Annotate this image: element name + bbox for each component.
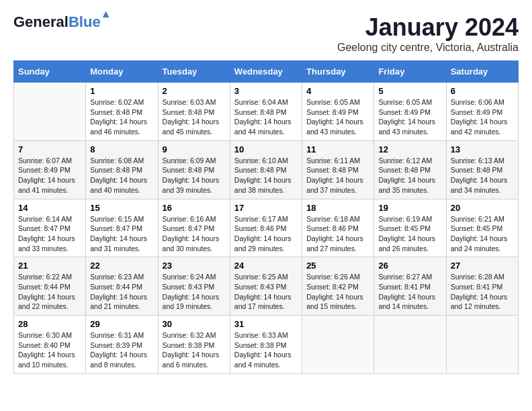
day-number: 28 — [18, 319, 81, 329]
day-number: 5 — [378, 86, 441, 96]
day-number: 24 — [234, 261, 298, 271]
day-info: Sunrise: 6:11 AM Sunset: 8:48 PM Dayligh… — [306, 156, 369, 195]
calendar-cell: 24Sunrise: 6:25 AM Sunset: 8:43 PM Dayli… — [230, 257, 302, 316]
day-info: Sunrise: 6:13 AM Sunset: 8:48 PM Dayligh… — [451, 156, 514, 195]
day-info: Sunrise: 6:32 AM Sunset: 8:38 PM Dayligh… — [163, 330, 226, 370]
calendar-cell: 9Sunrise: 6:09 AM Sunset: 8:48 PM Daylig… — [158, 140, 230, 199]
day-number: 2 — [163, 86, 226, 96]
day-info: Sunrise: 6:10 AM Sunset: 8:48 PM Dayligh… — [234, 156, 298, 195]
calendar-table: SundayMondayTuesdayWednesdayThursdayFrid… — [13, 60, 519, 374]
day-info: Sunrise: 6:30 AM Sunset: 8:40 PM Dayligh… — [18, 330, 81, 370]
calendar-cell: 6Sunrise: 6:06 AM Sunset: 8:49 PM Daylig… — [446, 83, 518, 141]
calendar-cell — [374, 316, 446, 374]
calendar-cell: 18Sunrise: 6:18 AM Sunset: 8:46 PM Dayli… — [302, 199, 374, 257]
calendar-cell: 17Sunrise: 6:17 AM Sunset: 8:46 PM Dayli… — [230, 199, 302, 257]
day-info: Sunrise: 6:17 AM Sunset: 8:46 PM Dayligh… — [234, 214, 298, 254]
day-info: Sunrise: 6:12 AM Sunset: 8:48 PM Dayligh… — [378, 156, 441, 195]
column-header-monday: Monday — [86, 61, 158, 83]
logo-general: General — [13, 13, 69, 30]
day-number: 21 — [18, 261, 81, 271]
day-number: 14 — [18, 203, 81, 213]
calendar-cell: 19Sunrise: 6:19 AM Sunset: 8:45 PM Dayli… — [374, 199, 446, 257]
calendar-cell: 1Sunrise: 6:02 AM Sunset: 8:48 PM Daylig… — [86, 83, 158, 141]
calendar-week-row: 28Sunrise: 6:30 AM Sunset: 8:40 PM Dayli… — [14, 316, 519, 374]
day-info: Sunrise: 6:04 AM Sunset: 8:48 PM Dayligh… — [234, 97, 298, 137]
calendar-cell: 7Sunrise: 6:07 AM Sunset: 8:49 PM Daylig… — [14, 140, 86, 199]
calendar-cell: 28Sunrise: 6:30 AM Sunset: 8:40 PM Dayli… — [14, 316, 86, 374]
day-info: Sunrise: 6:07 AM Sunset: 8:49 PM Dayligh… — [18, 156, 81, 195]
calendar-header-row: SundayMondayTuesdayWednesdayThursdayFrid… — [14, 61, 519, 83]
calendar-cell: 30Sunrise: 6:32 AM Sunset: 8:38 PM Dayli… — [158, 316, 230, 374]
day-info: Sunrise: 6:05 AM Sunset: 8:49 PM Dayligh… — [378, 97, 441, 137]
day-number: 26 — [378, 261, 441, 271]
calendar-cell — [302, 316, 374, 374]
calendar-cell: 8Sunrise: 6:08 AM Sunset: 8:48 PM Daylig… — [86, 140, 158, 199]
column-header-friday: Friday — [374, 61, 446, 83]
day-number: 22 — [90, 261, 153, 271]
column-header-thursday: Thursday — [302, 61, 374, 83]
logo: GeneralBlue ▲ — [13, 13, 101, 31]
calendar-cell: 26Sunrise: 6:27 AM Sunset: 8:41 PM Dayli… — [374, 257, 446, 316]
day-number: 17 — [234, 203, 298, 213]
calendar-cell: 2Sunrise: 6:03 AM Sunset: 8:48 PM Daylig… — [158, 83, 230, 141]
day-info: Sunrise: 6:28 AM Sunset: 8:41 PM Dayligh… — [451, 272, 514, 312]
day-number: 1 — [90, 86, 153, 96]
day-info: Sunrise: 6:09 AM Sunset: 8:48 PM Dayligh… — [163, 156, 226, 195]
calendar-cell: 22Sunrise: 6:23 AM Sunset: 8:44 PM Dayli… — [86, 257, 158, 316]
day-number: 8 — [90, 144, 153, 154]
day-info: Sunrise: 6:05 AM Sunset: 8:49 PM Dayligh… — [306, 97, 369, 137]
calendar-cell: 10Sunrise: 6:10 AM Sunset: 8:48 PM Dayli… — [230, 140, 302, 199]
day-number: 25 — [306, 261, 369, 271]
header: GeneralBlue ▲ January 2024 Geelong city … — [13, 13, 519, 54]
calendar-cell: 29Sunrise: 6:31 AM Sunset: 8:39 PM Dayli… — [86, 316, 158, 374]
day-number: 12 — [378, 144, 441, 154]
day-info: Sunrise: 6:27 AM Sunset: 8:41 PM Dayligh… — [378, 272, 441, 312]
calendar-cell: 15Sunrise: 6:15 AM Sunset: 8:47 PM Dayli… — [86, 199, 158, 257]
day-number: 10 — [234, 144, 298, 154]
calendar-cell: 5Sunrise: 6:05 AM Sunset: 8:49 PM Daylig… — [374, 83, 446, 141]
column-header-sunday: Sunday — [14, 61, 86, 83]
calendar-cell — [446, 316, 518, 374]
day-info: Sunrise: 6:02 AM Sunset: 8:48 PM Dayligh… — [90, 97, 153, 137]
day-number: 16 — [163, 203, 226, 213]
day-number: 3 — [234, 86, 298, 96]
day-number: 30 — [163, 319, 226, 329]
calendar-cell: 11Sunrise: 6:11 AM Sunset: 8:48 PM Dayli… — [302, 140, 374, 199]
day-info: Sunrise: 6:25 AM Sunset: 8:43 PM Dayligh… — [234, 272, 298, 312]
day-info: Sunrise: 6:21 AM Sunset: 8:45 PM Dayligh… — [451, 214, 514, 254]
calendar-cell: 25Sunrise: 6:26 AM Sunset: 8:42 PM Dayli… — [302, 257, 374, 316]
calendar-cell: 23Sunrise: 6:24 AM Sunset: 8:43 PM Dayli… — [158, 257, 230, 316]
logo-blue: Blue — [69, 13, 101, 30]
calendar-cell: 21Sunrise: 6:22 AM Sunset: 8:44 PM Dayli… — [14, 257, 86, 316]
calendar-week-row: 7Sunrise: 6:07 AM Sunset: 8:49 PM Daylig… — [14, 140, 519, 199]
day-number: 27 — [451, 261, 514, 271]
calendar-week-row: 21Sunrise: 6:22 AM Sunset: 8:44 PM Dayli… — [14, 257, 519, 316]
day-info: Sunrise: 6:06 AM Sunset: 8:49 PM Dayligh… — [451, 97, 514, 137]
logo-bird-icon: ▲ — [101, 8, 112, 20]
month-title: January 2024 — [337, 13, 519, 42]
column-header-tuesday: Tuesday — [158, 61, 230, 83]
calendar-cell: 27Sunrise: 6:28 AM Sunset: 8:41 PM Dayli… — [446, 257, 518, 316]
day-info: Sunrise: 6:03 AM Sunset: 8:48 PM Dayligh… — [163, 97, 226, 137]
title-area: January 2024 Geelong city centre, Victor… — [337, 13, 519, 54]
calendar-cell: 4Sunrise: 6:05 AM Sunset: 8:49 PM Daylig… — [302, 83, 374, 141]
day-number: 31 — [234, 319, 298, 329]
day-number: 23 — [163, 261, 226, 271]
location-subtitle: Geelong city centre, Victoria, Australia — [337, 42, 519, 54]
calendar-cell: 14Sunrise: 6:14 AM Sunset: 8:47 PM Dayli… — [14, 199, 86, 257]
day-info: Sunrise: 6:15 AM Sunset: 8:47 PM Dayligh… — [90, 214, 153, 254]
day-number: 19 — [378, 203, 441, 213]
day-number: 6 — [451, 86, 514, 96]
calendar-cell: 3Sunrise: 6:04 AM Sunset: 8:48 PM Daylig… — [230, 83, 302, 141]
day-info: Sunrise: 6:22 AM Sunset: 8:44 PM Dayligh… — [18, 272, 81, 312]
day-number: 11 — [306, 144, 369, 154]
day-number: 9 — [163, 144, 226, 154]
day-info: Sunrise: 6:31 AM Sunset: 8:39 PM Dayligh… — [90, 330, 153, 370]
day-info: Sunrise: 6:14 AM Sunset: 8:47 PM Dayligh… — [18, 214, 81, 254]
calendar-cell: 13Sunrise: 6:13 AM Sunset: 8:48 PM Dayli… — [446, 140, 518, 199]
day-info: Sunrise: 6:23 AM Sunset: 8:44 PM Dayligh… — [90, 272, 153, 312]
day-info: Sunrise: 6:26 AM Sunset: 8:42 PM Dayligh… — [306, 272, 369, 312]
day-number: 13 — [451, 144, 514, 154]
day-number: 4 — [306, 86, 369, 96]
column-header-wednesday: Wednesday — [230, 61, 302, 83]
